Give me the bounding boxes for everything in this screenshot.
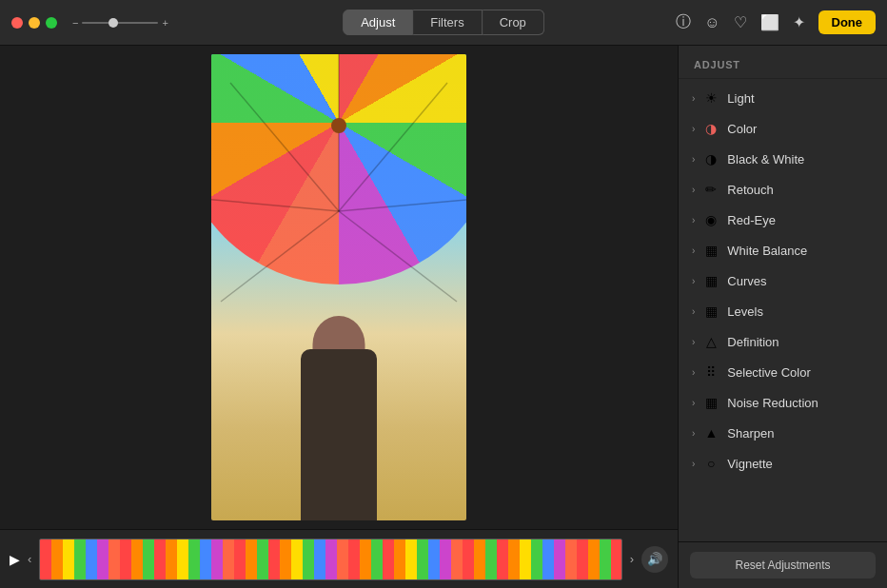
reset-adjustments-button[interactable]: Reset Adjustments [690,552,876,578]
red-eye-label: Red-Eye [727,213,776,227]
panel-footer: Reset Adjustments [679,541,887,588]
zoom-out-icon: − [72,17,78,29]
chevron-right-icon: › [692,367,695,378]
selective-color-label: Selective Color [727,365,810,380]
white-balance-label: White Balance [727,244,807,258]
levels-icon: ▦ [702,304,719,319]
adjust-item-sharpen[interactable]: › ▲ Sharpen [679,418,887,448]
chevron-right-icon: › [692,245,695,256]
right-panel: ADJUST › ☀ Light › ◑ Color › ◑ Black & W… [678,46,887,588]
noise-reduction-label: Noise Reduction [727,396,818,410]
close-button[interactable] [11,17,23,29]
umbrella-overlay [211,54,466,284]
bw-icon: ◑ [702,151,719,167]
adjust-item-color[interactable]: › ◑ Color [679,113,887,144]
emoji-icon[interactable]: ☺ [704,14,719,31]
chevron-right-icon: › [692,124,695,134]
tab-filters[interactable]: Filters [413,10,482,35]
red-eye-icon: ◉ [702,212,719,227]
white-balance-icon: ▦ [702,243,719,258]
levels-label: Levels [727,304,763,319]
curves-label: Curves [727,274,766,288]
sharpen-icon: ▲ [702,425,719,441]
vignette-icon: ○ [702,456,719,471]
retouch-label: Retouch [727,183,773,197]
adjust-item-noise-reduction[interactable]: › ▦ Noise Reduction [679,387,887,418]
chevron-right-icon: › [692,398,695,408]
zoom-slider[interactable]: − + [72,17,168,29]
umbrella-center [331,118,346,133]
tab-adjust[interactable]: Adjust [343,10,413,35]
toolbar-right: ⓘ ☺ ♡ ⬜ ✦ Done [676,10,876,34]
adjust-item-curves[interactable]: › ▦ Curves [679,265,887,296]
fullscreen-button[interactable] [46,17,57,29]
adjust-item-levels[interactable]: › ▦ Levels [679,296,887,326]
color-icon: ◑ [702,121,719,136]
filmstrip[interactable] [39,539,621,580]
slider-thumb [108,18,118,28]
adjust-item-black-white[interactable]: › ◑ Black & White [679,144,887,174]
retouch-icon: ✏ [702,182,719,197]
adjust-item-selective-color[interactable]: › ⠿ Selective Color [679,357,887,387]
panel-header: ADJUST [679,46,887,79]
filmstrip-prev[interactable]: ‹ [28,552,31,566]
main-content: ▶ ‹ › 🔊 ADJUST › ☀ Light › ◑ Color [0,46,887,588]
vignette-label: Vignette [727,457,772,471]
share-icon[interactable]: ⬜ [760,13,779,31]
adjust-item-light[interactable]: › ☀ Light [679,83,887,113]
adjust-item-vignette[interactable]: › ○ Vignette [679,448,887,479]
sharpen-label: Sharpen [727,426,774,441]
chevron-right-icon: › [692,93,695,104]
volume-button[interactable]: 🔊 [641,546,668,573]
chevron-right-icon: › [692,459,695,469]
chevron-right-icon: › [692,337,695,347]
curves-icon: ▦ [702,273,719,288]
adjust-item-red-eye[interactable]: › ◉ Red-Eye [679,205,887,235]
noise-reduction-icon: ▦ [702,395,719,410]
adjust-list: › ☀ Light › ◑ Color › ◑ Black & White › … [679,79,887,541]
info-icon[interactable]: ⓘ [676,12,691,32]
chevron-right-icon: › [692,154,695,165]
tab-crop[interactable]: Crop [483,10,544,35]
definition-label: Definition [727,335,779,349]
color-label: Color [727,122,757,136]
titlebar: − + Adjust Filters Crop ⓘ ☺ ♡ ⬜ ✦ Done [0,0,887,46]
magic-wand-icon[interactable]: ✦ [793,13,805,31]
person-body [301,349,377,520]
photo-container [0,46,678,529]
play-button[interactable]: ▶ [10,552,20,567]
adjust-item-white-balance[interactable]: › ▦ White Balance [679,235,887,265]
bw-label: Black & White [727,152,804,167]
filmstrip-bar: ▶ ‹ › 🔊 [0,529,678,588]
chevron-right-icon: › [692,276,695,286]
definition-icon: △ [702,334,719,349]
volume-icon: 🔊 [647,552,662,566]
minimize-button[interactable] [29,17,40,29]
chevron-right-icon: › [692,215,695,225]
chevron-right-icon: › [692,185,695,195]
slider-track [82,22,158,24]
heart-icon[interactable]: ♡ [734,13,747,31]
selective-color-icon: ⠿ [702,364,719,380]
done-button[interactable]: Done [818,10,877,34]
light-label: Light [727,91,754,106]
nav-tabs: Adjust Filters Crop [343,10,544,35]
light-icon: ☀ [702,90,719,106]
traffic-lights [11,17,57,29]
photo-image [211,54,466,520]
chevron-right-icon: › [692,428,695,439]
adjust-item-definition[interactable]: › △ Definition [679,326,887,357]
zoom-in-icon: + [162,17,168,29]
filmstrip-next[interactable]: › [630,552,634,566]
chevron-right-icon: › [692,306,695,317]
photo-area: ▶ ‹ › 🔊 [0,46,678,588]
adjust-item-retouch[interactable]: › ✏ Retouch [679,174,887,205]
photo-frame [211,54,466,520]
